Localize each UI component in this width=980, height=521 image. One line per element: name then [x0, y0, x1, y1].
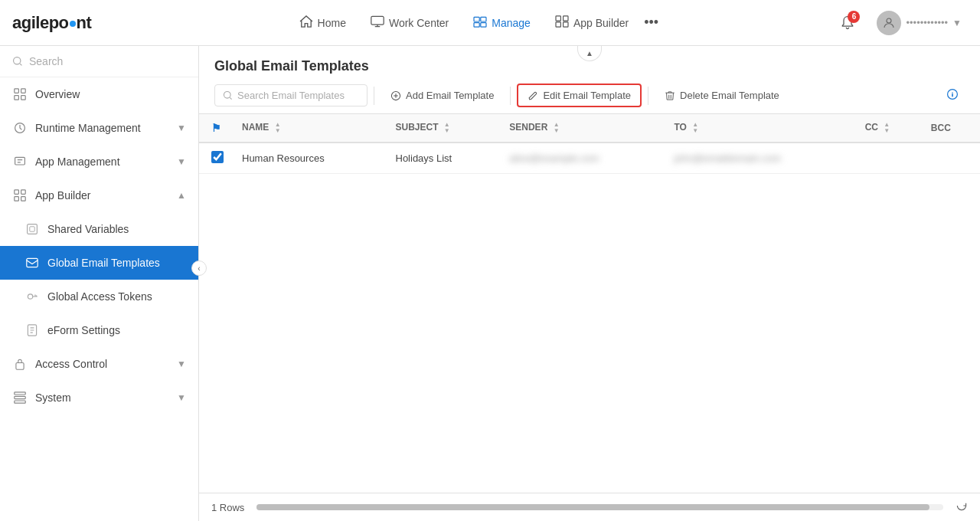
sidebar-app-builder-label: App Builder: [35, 189, 90, 202]
runtime-chevron-icon: ▼: [177, 123, 186, 133]
search-email-templates[interactable]: Search Email Templates: [214, 84, 368, 106]
nav-work-center[interactable]: Work Center: [361, 9, 458, 36]
sidebar-item-runtime[interactable]: Runtime Management ▼: [0, 111, 198, 145]
notification-button[interactable]: 6: [834, 9, 861, 37]
sidebar-item-access-control[interactable]: Access Control ▼: [0, 347, 198, 381]
more-options[interactable]: •••: [644, 15, 658, 31]
svg-rect-29: [15, 401, 25, 403]
svg-rect-18: [21, 190, 26, 195]
nav-manage[interactable]: Manage: [464, 9, 540, 36]
system-chevron-icon: ▼: [177, 392, 186, 403]
col-sender[interactable]: SENDER ▲▼: [500, 114, 665, 143]
name-sort-icon: ▲▼: [275, 122, 281, 134]
toolbar-divider-1: [374, 87, 374, 105]
sidebar-item-global-email-templates[interactable]: Global Email Templates: [0, 246, 198, 280]
refresh-button[interactable]: [956, 500, 968, 515]
sidebar-item-overview[interactable]: Overview: [0, 77, 198, 111]
svg-rect-20: [21, 197, 26, 202]
sidebar-eform-label: eForm Settings: [47, 324, 120, 336]
svg-rect-2: [481, 17, 486, 21]
sidebar-email-templates-label: Global Email Templates: [47, 257, 160, 269]
access-control-chevron-icon: ▼: [177, 359, 186, 369]
nav-home[interactable]: Home: [290, 9, 355, 36]
svg-rect-12: [21, 89, 26, 93]
search-placeholder: Search Email Templates: [237, 90, 345, 101]
col-bcc[interactable]: BCC: [922, 114, 980, 143]
sidebar: Search Overview Runtime Management ▼ App…: [0, 46, 199, 521]
overview-icon: [12, 87, 28, 102]
top-nav: agilepont Home Work Center Manage App: [0, 0, 980, 46]
sender-sort-icon: ▲▼: [554, 122, 560, 134]
svg-rect-5: [556, 16, 560, 21]
svg-point-9: [887, 18, 891, 23]
svg-point-10: [14, 57, 21, 64]
delete-button-label: Delete Email Template: [680, 90, 779, 101]
data-table: ⚑ NAME ▲▼ SUBJECT ▲▼ SENDER ▲▼: [199, 114, 980, 493]
app-builder-icon: [555, 15, 569, 30]
monitor-icon: [371, 15, 384, 30]
svg-rect-17: [15, 190, 19, 195]
row-checkbox[interactable]: [211, 151, 224, 163]
col-cc[interactable]: CC ▲▼: [856, 114, 922, 143]
sidebar-app-builder-icon: [12, 188, 28, 203]
nav-home-label: Home: [318, 17, 346, 29]
user-menu[interactable]: •••••••••••• ▼: [871, 8, 968, 38]
col-to[interactable]: TO ▲▼: [665, 114, 855, 143]
user-avatar: [877, 11, 901, 35]
sidebar-item-app-management[interactable]: App Management ▼: [0, 145, 198, 179]
row-checkbox-cell[interactable]: [199, 143, 233, 174]
horizontal-scrollbar[interactable]: [256, 504, 943, 510]
nav-app-builder-label: App Builder: [573, 17, 629, 29]
system-icon: [12, 390, 28, 405]
svg-rect-26: [16, 363, 24, 370]
toolbar: Search Email Templates Add Email Templat…: [214, 84, 965, 113]
row-cc-cell: [856, 143, 922, 174]
svg-point-24: [28, 294, 32, 299]
table-header-row: ⚑ NAME ▲▼ SUBJECT ▲▼ SENDER ▲▼: [199, 114, 980, 143]
delete-email-template-button[interactable]: Delete Email Template: [655, 84, 789, 106]
svg-rect-6: [563, 16, 567, 21]
sidebar-search[interactable]: Search: [0, 46, 198, 77]
row-subject-cell: Holidays List: [387, 143, 501, 174]
access-tokens-icon: [24, 289, 40, 304]
svg-rect-1: [474, 17, 479, 21]
logo-text: agilepont: [12, 13, 91, 33]
svg-rect-22: [30, 227, 34, 231]
col-checkbox: ⚑: [199, 114, 233, 143]
main-layout: Search Overview Runtime Management ▼ App…: [0, 46, 980, 521]
sidebar-access-tokens-label: Global Access Tokens: [47, 290, 152, 303]
sidebar-item-system[interactable]: System ▼: [0, 381, 198, 415]
row-to-value: john@emaildomain.com: [674, 152, 781, 164]
sidebar-item-shared-variables[interactable]: Shared Variables: [0, 212, 198, 246]
rows-count: 1 Rows: [211, 502, 244, 513]
svg-rect-8: [563, 22, 567, 27]
nav-app-builder[interactable]: App Builder: [546, 9, 638, 36]
edit-email-template-button[interactable]: Edit Email Template: [517, 84, 642, 107]
shared-variables-icon: [24, 221, 40, 237]
col-subject[interactable]: SUBJECT ▲▼: [387, 114, 501, 143]
sidebar-runtime-label: Runtime Management: [35, 122, 141, 134]
user-chevron-icon: ▼: [952, 18, 962, 28]
row-name-cell: Human Resources: [233, 143, 387, 174]
scrollbar-thumb: [256, 504, 929, 510]
table-row: Human Resources Holidays List alice@exam…: [199, 143, 980, 174]
sidebar-system-label: System: [35, 392, 71, 404]
row-sender-value: alice@example.com: [509, 152, 599, 164]
sidebar-item-app-builder[interactable]: App Builder ▲: [0, 179, 198, 212]
sidebar-collapse-button[interactable]: ‹: [191, 260, 207, 276]
sidebar-shared-vars-label: Shared Variables: [47, 223, 129, 235]
row-to-cell: john@emaildomain.com: [665, 143, 855, 174]
row-sender-cell: alice@example.com: [500, 143, 665, 174]
svg-rect-21: [28, 224, 38, 234]
add-email-template-button[interactable]: Add Email Template: [381, 84, 504, 106]
sidebar-item-eform-settings[interactable]: eForm Settings: [0, 313, 198, 347]
col-name[interactable]: NAME ▲▼: [233, 114, 387, 143]
sidebar-item-global-access-tokens[interactable]: Global Access Tokens: [0, 280, 198, 313]
svg-rect-13: [15, 96, 19, 100]
sidebar-access-control-label: Access Control: [35, 358, 107, 370]
svg-point-30: [224, 91, 230, 98]
svg-rect-27: [15, 392, 25, 395]
nav-items: Home Work Center Manage App Builder •••: [114, 9, 834, 36]
toolbar-divider-3: [648, 87, 648, 105]
info-button[interactable]: [940, 85, 965, 106]
